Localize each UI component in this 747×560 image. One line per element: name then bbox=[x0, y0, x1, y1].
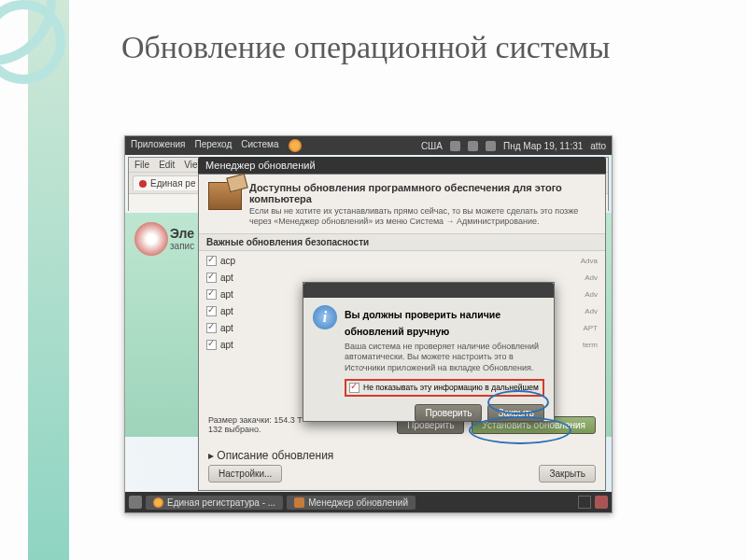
info-icon: i bbox=[313, 305, 337, 329]
pkg-name: acp bbox=[220, 256, 235, 266]
popup-body-text: Ваша система не проверяет наличие обновл… bbox=[345, 342, 544, 373]
annotation-circle bbox=[487, 390, 549, 414]
um-heading: Доступны обновления программного обеспеч… bbox=[249, 182, 562, 204]
pkg-name: apt bbox=[220, 273, 233, 283]
popup-titlebar[interactable] bbox=[303, 283, 554, 298]
pkg-name: apt bbox=[220, 289, 233, 300]
mail-icon[interactable] bbox=[450, 141, 460, 151]
popup-check-button[interactable]: Проверить bbox=[415, 404, 482, 422]
keyboard-indicator[interactable]: США bbox=[421, 141, 443, 151]
workspace-switcher[interactable] bbox=[578, 496, 591, 509]
update-item[interactable]: acpAdva bbox=[204, 253, 599, 270]
download-size: Размер закачки: 154.3 Т bbox=[208, 415, 303, 425]
taskbar-label: Менеджер обновлений bbox=[308, 497, 408, 508]
sound-icon[interactable] bbox=[486, 141, 496, 151]
clock[interactable]: Пнд Мар 19, 11:31 bbox=[503, 141, 583, 151]
update-manager-titlebar[interactable]: Менеджер обновлений bbox=[198, 157, 606, 174]
gnome-top-panel: Приложения Переход Система США Пнд Мар 1… bbox=[125, 136, 612, 155]
pkg-name: apt bbox=[220, 306, 233, 316]
user-menu[interactable]: atto bbox=[590, 141, 606, 151]
taskbar-label: Единая регистратура - ... bbox=[167, 497, 275, 508]
popup-title: Вы должны проверить наличие обновлений в… bbox=[345, 309, 500, 337]
checkbox-icon[interactable] bbox=[206, 289, 217, 300]
pkg-desc: Adv bbox=[585, 273, 598, 282]
checkbox-icon[interactable] bbox=[206, 273, 217, 283]
close-button[interactable]: Закрыть bbox=[539, 465, 596, 483]
browser-tab[interactable]: Единая ре bbox=[133, 175, 203, 190]
ff-menu-file[interactable]: File bbox=[134, 160, 149, 170]
show-desktop-icon[interactable] bbox=[129, 496, 142, 509]
taskbar-item[interactable]: Менеджер обновлений bbox=[287, 496, 416, 510]
menu-system[interactable]: Система bbox=[241, 139, 278, 152]
menu-applications[interactable]: Приложения bbox=[131, 139, 186, 152]
tab-label: Единая ре bbox=[150, 178, 196, 189]
network-icon[interactable] bbox=[468, 141, 478, 151]
checkbox-icon[interactable] bbox=[206, 256, 217, 266]
site-logo-icon bbox=[134, 222, 168, 256]
annotation-circle bbox=[469, 416, 571, 444]
package-box-icon bbox=[208, 182, 242, 210]
gnome-bottom-panel: Единая регистратура - ... Менеджер обнов… bbox=[125, 492, 612, 512]
ff-menu-edit[interactable]: Edit bbox=[159, 160, 175, 170]
pkg-name: apt bbox=[220, 323, 233, 333]
pkg-name: apt bbox=[220, 340, 233, 350]
pkg-desc: Adv bbox=[585, 307, 598, 315]
tab-favicon bbox=[139, 180, 147, 188]
slide-title: Обновление операционной системы bbox=[121, 28, 610, 68]
settings-button[interactable]: Настройки... bbox=[208, 465, 282, 483]
taskbar-item[interactable]: Единая регистратура - ... bbox=[146, 496, 283, 510]
screenshot: Приложения Переход Система США Пнд Мар 1… bbox=[124, 135, 613, 513]
checkbox-icon[interactable] bbox=[206, 323, 217, 333]
update-manager-icon bbox=[294, 497, 304, 508]
firefox-icon[interactable] bbox=[289, 139, 302, 152]
checkbox-icon[interactable] bbox=[206, 340, 217, 350]
checkbox-icon[interactable] bbox=[349, 383, 359, 393]
menu-places[interactable]: Переход bbox=[195, 139, 233, 152]
pkg-desc: Adv bbox=[585, 290, 598, 299]
pkg-desc: Adva bbox=[581, 257, 598, 265]
um-section-header: Важные обновления безопасности bbox=[199, 233, 605, 251]
checkbox-icon[interactable] bbox=[206, 306, 217, 316]
um-subtext: Если вы не хотите их устанавливать прямо… bbox=[249, 206, 596, 228]
description-expander[interactable]: ▸ Описание обновления bbox=[208, 449, 333, 462]
selected-count: 132 выбрано. bbox=[208, 425, 303, 434]
pkg-desc: APT bbox=[583, 324, 598, 332]
pkg-desc: term bbox=[583, 341, 598, 349]
trash-icon[interactable] bbox=[595, 496, 608, 509]
firefox-icon bbox=[153, 497, 163, 508]
